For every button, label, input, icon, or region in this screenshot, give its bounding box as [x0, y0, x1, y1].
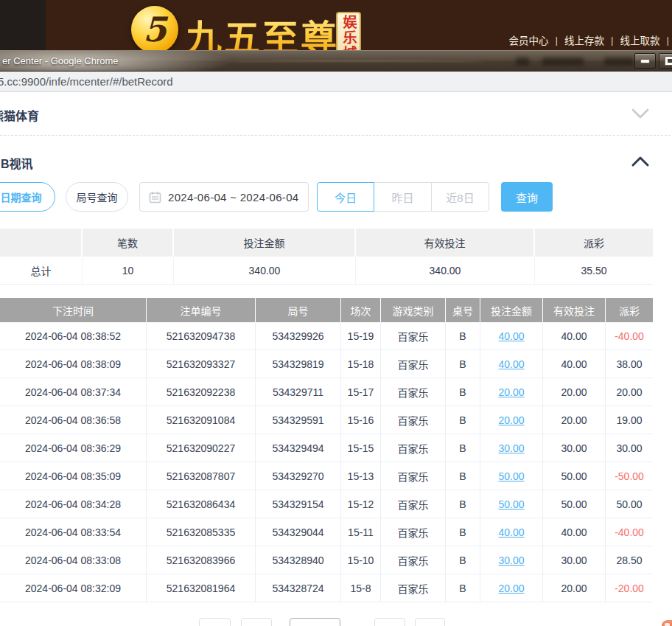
session-text: 15-18: [348, 358, 374, 370]
cell-session: 15-18: [341, 350, 381, 378]
nav-online-deposit[interactable]: 线上存款: [564, 32, 604, 47]
time-text: 2024-06-04 08:36:58: [25, 414, 121, 426]
cell-payout: 20.00: [606, 378, 653, 406]
bet-amount-link[interactable]: 20.00: [498, 386, 524, 398]
valid-bet-text: 50.00: [561, 470, 587, 482]
window-title: er Center - Google Chrome: [2, 55, 119, 66]
payout-text: -40.00: [615, 330, 644, 342]
session-text: 15-11: [348, 526, 374, 538]
table-no-text: B: [459, 442, 466, 454]
payout-text: -20.00: [615, 582, 644, 594]
header-valid-bet: 有效投注: [543, 298, 606, 322]
order-no-text: 521632094738: [167, 330, 235, 342]
valid-bet-text: 20.00: [561, 582, 587, 594]
cell-session: 15-10: [341, 546, 381, 574]
bet-amount-link[interactable]: 40.00: [498, 358, 524, 370]
table-row: 2024-06-04 08:35:09521632087807534329270…: [0, 462, 653, 490]
last-8-days-button[interactable]: 近8日: [431, 182, 489, 212]
cell-payout: 50.00: [606, 490, 653, 518]
cell-time: 2024-06-04 08:33:54: [0, 518, 147, 546]
pagination-button[interactable]: [199, 618, 231, 626]
bet-amount-link[interactable]: 30.00: [498, 442, 524, 454]
cell-round-no: 534329270: [256, 462, 341, 490]
chevron-up-icon[interactable]: [631, 156, 650, 167]
window-maximize-button[interactable]: [659, 53, 672, 69]
valid-bet-text: 20.00: [561, 414, 587, 426]
cell-bet-amount: 50.00: [480, 462, 543, 490]
game-type-text: 百家乐: [398, 469, 429, 484]
bet-amount-link[interactable]: 40.00: [498, 526, 524, 538]
game-type-text: 百家乐: [398, 413, 429, 428]
cell-session: 15-15: [341, 434, 381, 462]
date-query-button[interactable]: 日期查询: [0, 182, 55, 212]
date-range-input[interactable]: 2024-06-04 ~ 2024-06-04: [139, 182, 309, 212]
window-minimize-button[interactable]: [634, 53, 656, 69]
cell-bet-amount: 20.00: [480, 406, 543, 434]
time-text: 2024-06-04 08:32:09: [25, 582, 121, 594]
nav-online-withdraw[interactable]: 线上取款: [620, 32, 659, 47]
cell-game-type: 百家乐: [381, 490, 446, 518]
cell-table-no: B: [446, 574, 480, 602]
cell-session: 15-13: [341, 462, 381, 490]
yesterday-button[interactable]: 昨日: [374, 182, 432, 212]
bet-amount-link[interactable]: 50.00: [498, 498, 524, 510]
round-no-text: 534329044: [272, 526, 323, 538]
date-range-value: 2024-06-04 ~ 2024-06-04: [168, 191, 298, 204]
pagination-button[interactable]: [374, 618, 405, 626]
game-type-text: 百家乐: [398, 553, 429, 568]
order-no-text: 521632083966: [167, 554, 235, 566]
bet-amount-link[interactable]: 30.00: [498, 554, 524, 566]
time-text: 2024-06-04 08:35:09: [25, 470, 121, 482]
cell-bet-amount: 40.00: [480, 518, 543, 546]
order-no-text: 521632086434: [167, 498, 235, 510]
header-session: 场次: [341, 298, 381, 322]
time-text: 2024-06-04 08:37:34: [25, 386, 121, 398]
cell-round-no: 534329926: [256, 322, 341, 349]
minimize-icon: [640, 59, 650, 63]
section-panda-sports[interactable]: 熊猫体育: [0, 106, 39, 124]
session-text: 15-13: [348, 470, 374, 482]
today-label: 今日: [335, 189, 357, 205]
cell-valid-bet: 20.00: [543, 406, 606, 434]
customer-service-float-button[interactable]: [662, 620, 672, 626]
cell-valid-bet: 40.00: [543, 322, 606, 349]
cell-game-type: 百家乐: [381, 434, 446, 462]
bet-amount-link[interactable]: 20.00: [498, 582, 524, 594]
game-type-text: 百家乐: [398, 497, 429, 512]
payout-text: 28.50: [616, 554, 642, 566]
bet-amount-link[interactable]: 40.00: [498, 330, 524, 342]
cell-valid-bet: 20.00: [543, 574, 606, 602]
cell-round-no: 534329044: [256, 518, 341, 546]
search-label: 查询: [516, 189, 538, 205]
game-type-text: 百家乐: [398, 581, 429, 596]
cell-order-no: 521632081964: [147, 574, 256, 602]
pagination-page-select[interactable]: [290, 618, 340, 626]
summary-header-blank: [0, 229, 83, 257]
cell-time: 2024-06-04 08:38:09: [0, 350, 147, 378]
today-button[interactable]: 今日: [317, 182, 374, 212]
round-query-button[interactable]: 局号查询: [66, 182, 128, 212]
cell-time: 2024-06-04 08:37:34: [0, 378, 147, 406]
browser-url-bar[interactable]: 5.cc:9900/infe/mcenter/#/betRecord: [0, 72, 672, 92]
section-b-video[interactable]: B视讯: [1, 154, 33, 172]
round-no-text: 534329819: [272, 358, 323, 370]
time-text: 2024-06-04 08:38:09: [25, 358, 121, 370]
cell-game-type: 百家乐: [381, 378, 446, 406]
bet-amount-link[interactable]: 20.00: [498, 414, 524, 426]
window-titlebar[interactable]: er Center - Google Chrome: [0, 50, 672, 72]
table-no-text: B: [459, 554, 466, 566]
header-round-no: 局号: [256, 298, 341, 322]
cell-time: 2024-06-04 08:32:09: [0, 574, 147, 602]
table-row: 2024-06-04 08:36:29521632090227534329494…: [0, 434, 653, 462]
nav-member-center[interactable]: 会员中心: [508, 32, 548, 47]
search-button[interactable]: 查询: [501, 182, 553, 212]
pagination-button[interactable]: [241, 618, 272, 626]
payout-text: 50.00: [616, 498, 642, 510]
cell-table-no: B: [446, 322, 480, 349]
order-no-text: 521632085335: [167, 526, 235, 538]
time-text: 2024-06-04 08:36:29: [25, 442, 121, 454]
chevron-down-icon[interactable]: [631, 108, 650, 119]
pagination-button[interactable]: [415, 618, 445, 626]
header-time: 下注时间: [0, 298, 147, 322]
bet-amount-link[interactable]: 50.00: [498, 470, 524, 482]
